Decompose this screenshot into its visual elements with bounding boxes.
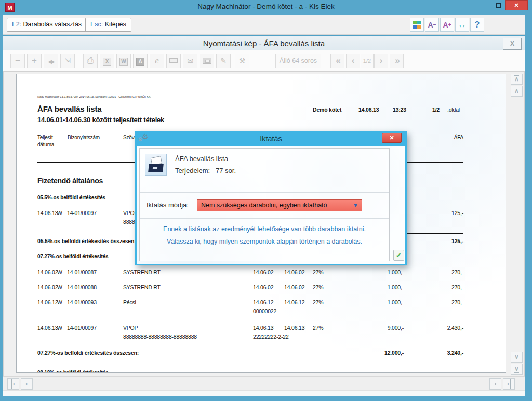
cell-date: 14.06.12 (37, 299, 58, 305)
cell-date: 14.06.13 (37, 210, 58, 216)
fit-width-button: ◀▶ (44, 54, 58, 68)
document-page-number: 1/2 (432, 106, 440, 113)
prev-page-icon: ‹ (352, 56, 355, 65)
cell-type: W (57, 299, 62, 305)
cell-date2: 14.06.13 (284, 325, 304, 331)
cell-percent: 27% (313, 284, 323, 290)
far-left-icon: ‹ (11, 379, 15, 389)
first-page-icon: « (336, 56, 339, 65)
preview-close-button[interactable]: X (503, 38, 522, 50)
dialog-title: Iktatás (135, 131, 407, 146)
minimize-button[interactable]: – (482, 1, 495, 11)
cell-afa: 270,- (411, 284, 463, 290)
cell-date: 14.06.02 (37, 269, 58, 275)
column-header-doc: Bizonylatszám (68, 135, 100, 140)
color-scheme-button[interactable] (410, 18, 424, 32)
maximize-button[interactable] (496, 3, 501, 8)
column-header-afa: ÁFA (411, 135, 463, 140)
dialog-list-name: ÁFA bevallás lista (175, 155, 228, 163)
scroll-left-button[interactable]: ‹ (21, 378, 33, 390)
scroll-to-top-button[interactable]: ∧ (511, 74, 523, 85)
document-copyright: Nagy Machinátor v.3.1.80.57084 2014.06.1… (37, 95, 151, 98)
layout-field: Álló 64 soros (275, 54, 321, 68)
total-afa: 125,- (411, 238, 463, 244)
iktatas-dialog: Iktatás ⚙⚙ ✕ ÁFA bevallás lista Terjedel… (135, 131, 407, 265)
document-volume: Demó kötet (313, 106, 341, 113)
dialog-extent: Terjedelem: 77 sor. (175, 167, 236, 175)
scroll-far-left-button[interactable]: ‹ (7, 378, 19, 390)
screen-view-button (166, 54, 181, 68)
export-html-button: e (150, 54, 164, 68)
preview-toolbar: − + ◀▶ ⇲ ⎙ X W A e ✉ ✎ ⚒ Álló 64 soros «… (3, 50, 525, 71)
mode-dropdown[interactable]: Nem szükséges darabolni, egyben iktathat… (197, 199, 362, 211)
dialog-close-button[interactable]: ✕ (382, 133, 402, 143)
first-page-button: « (330, 54, 344, 68)
app-window: M Nagy Machinátor - Demó kötet - a - Kis… (0, 0, 532, 401)
cell-afa: 270,- (411, 269, 463, 275)
cell-ref-number: 00000022 (253, 308, 276, 314)
print-button: ⎙ (83, 54, 98, 68)
mode-label: Iktatás módja: (147, 201, 189, 209)
dialog-content-box: ÁFA bevallás lista Terjedelem: 77 sor. I… (139, 148, 390, 261)
cell-partner: SYSTREND RT (123, 284, 161, 290)
column-header-date1: Teljesít (37, 135, 53, 140)
dialog-divider (140, 192, 389, 193)
fit-page-icon: ⇲ (64, 57, 71, 65)
cell-type: W (57, 284, 62, 290)
fit-page-button: ⇲ (60, 54, 75, 68)
font-smaller-button[interactable]: A− (425, 18, 439, 32)
subsection-header: 05.5%-os belföldi értékesítés (37, 195, 105, 200)
close-button[interactable]: ✕ (505, 0, 528, 10)
export-excel-button: X (100, 54, 114, 68)
f2-darabolas-button[interactable]: F2: Darabolás választás (7, 18, 87, 32)
document-title: ÁFA bevallás lista (37, 104, 101, 113)
prev-page-button: ‹ (346, 54, 360, 68)
esc-key-label: Esc: (90, 21, 103, 28)
window-title: Nagy Machinátor - Demó kötet - a - Kis E… (0, 3, 532, 10)
table-row: 14.06.02 W 14-01/00087 SYSTREND RT 14.06… (17, 269, 506, 276)
word-icon: W (119, 58, 128, 66)
cell-type: W (57, 269, 62, 275)
main-toolbar: F2: Darabolás választás Esc: Kilépés A− … (3, 15, 525, 35)
send-mail-button: ✉ (183, 54, 197, 68)
settings-button: ⚒ (235, 54, 249, 68)
archive-box-icon (203, 58, 211, 64)
zoom-out-button: − (10, 54, 25, 68)
scroll-right-button[interactable]: › (489, 378, 501, 390)
cell-percent: 27% (313, 325, 323, 331)
sum-rule (323, 345, 463, 345)
cell-date2: 14.06.12 (284, 299, 304, 305)
pdf-icon: A (136, 58, 144, 66)
document-page-suffix: .oldal (447, 106, 460, 113)
width-toggle-button[interactable]: ↔ (455, 18, 469, 32)
total-label: 05.5%-os belföldi értékesítés összesen: (37, 238, 136, 244)
column-header-date2: dátuma (37, 142, 54, 148)
esc-kilepes-button[interactable]: Esc: Kilépés (85, 18, 131, 32)
table-row: 14.06.02 W 14-01/00088 SYSTREND RT 14.06… (17, 284, 506, 291)
cell-date1: 14.06.02 (253, 269, 273, 275)
next-page-button: › (374, 54, 388, 68)
monitor-icon (169, 58, 178, 63)
dialog-confirm-button[interactable]: ✓ (393, 250, 404, 261)
cell-doc-number: 14-01/00097 (67, 210, 97, 216)
scroll-to-bottom-button[interactable]: ∨ (511, 364, 523, 375)
scroll-down-button[interactable]: ∨ (511, 352, 523, 363)
color-grid-icon (413, 21, 421, 29)
cell-date: 14.06.02 (37, 284, 58, 290)
cell-date2: 14.06.02 (284, 269, 304, 275)
cell-doc-number: 14-01/00097 (67, 325, 97, 331)
scroll-far-right-button[interactable]: › (503, 378, 515, 390)
cell-date1: 14.06.02 (253, 284, 273, 290)
cell-afa: 125,- (411, 210, 463, 216)
cell-doc-number: 14-01/00093 (67, 299, 97, 305)
envelope-icon: ✉ (187, 57, 193, 65)
excel-icon: X (103, 58, 111, 66)
total-afa: 3.240,- (411, 350, 463, 356)
subsection-header: 07.27%-os belföldi értékesítés (37, 253, 108, 259)
scroll-up-button[interactable]: ∧ (511, 86, 523, 97)
mode-dropdown-value: Nem szükséges darabolni, egyben iktathat… (201, 202, 327, 209)
document-date: 14.06.13 (358, 106, 379, 113)
font-larger-button[interactable]: A+ (440, 18, 454, 32)
help-button[interactable]: ? (470, 18, 484, 32)
cell-afa: 2.430,- (411, 325, 463, 331)
